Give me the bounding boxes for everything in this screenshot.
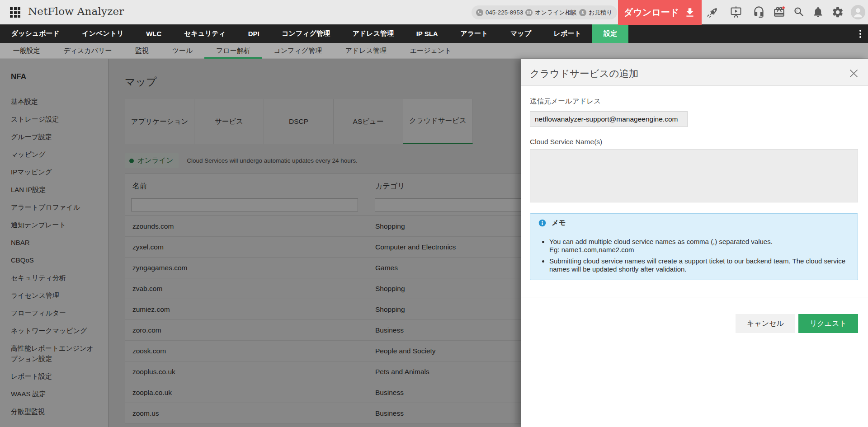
nav-item-alerts[interactable]: アラート bbox=[449, 24, 500, 43]
info-icon bbox=[538, 219, 546, 227]
drawer-body: 送信元メールアドレス Cloud Service Name(s) メモ You … bbox=[521, 86, 868, 280]
subnav-item-monitoring[interactable]: 監視 bbox=[123, 43, 160, 59]
nav-item-wlc[interactable]: WLC bbox=[135, 24, 173, 43]
subnav-item-tools[interactable]: ツール bbox=[160, 43, 204, 59]
nav-item-dpi[interactable]: DPI bbox=[237, 24, 271, 43]
main-nav-list: ダッシュボード インベントリ WLC セキュリティ DPI コンフィグ管理 アド… bbox=[0, 24, 868, 43]
sender-email-input[interactable] bbox=[530, 111, 688, 127]
subnav-list: 一般設定 ディスカバリー 監視 ツール フロー解析 コンフィグ管理 アドレス管理… bbox=[0, 43, 868, 59]
drawer-title: クラウドサービスの追加 bbox=[530, 67, 639, 80]
subnav-item-discovery[interactable]: ディスカバリー bbox=[52, 43, 124, 59]
cloud-service-names-label: Cloud Service Name(s) bbox=[530, 138, 858, 146]
notification-dot bbox=[782, 6, 784, 9]
nav-item-security[interactable]: セキュリティ bbox=[173, 24, 237, 43]
nav-item-settings[interactable]: 設定 bbox=[592, 24, 628, 43]
sender-email-label: 送信元メールアドレス bbox=[530, 97, 858, 106]
note-item: You can add multiple cloud service names… bbox=[549, 238, 849, 254]
subnav-item-address-mgmt[interactable]: アドレス管理 bbox=[334, 43, 398, 59]
cloud-service-names-textarea[interactable] bbox=[530, 149, 858, 202]
request-button[interactable]: リクエスト bbox=[798, 314, 858, 333]
nav-item-maps[interactable]: マップ bbox=[499, 24, 542, 43]
subnav-item-config-mgmt[interactable]: コンフィグ管理 bbox=[262, 43, 333, 59]
getting-started-rocket-icon[interactable] bbox=[707, 6, 719, 19]
add-cloud-service-drawer: クラウドサービスの追加 送信元メールアドレス Cloud Service Nam… bbox=[521, 59, 868, 427]
close-icon[interactable] bbox=[849, 68, 859, 79]
footer-separator bbox=[521, 297, 868, 297]
header-icon-row bbox=[0, 0, 868, 24]
search-icon[interactable] bbox=[793, 6, 806, 19]
notifications-bell-icon[interactable] bbox=[812, 6, 825, 19]
cancel-button[interactable]: キャンセル bbox=[736, 314, 795, 333]
nav-item-config-mgmt[interactable]: コンフィグ管理 bbox=[270, 24, 341, 43]
nav-item-reports[interactable]: レポート bbox=[542, 24, 593, 43]
settings-gear-icon[interactable] bbox=[831, 6, 844, 19]
whats-new-gift-icon[interactable] bbox=[773, 6, 786, 19]
nav-overflow-kebab-icon[interactable] bbox=[856, 24, 864, 43]
top-header: NetFlow Analyzer 045-225-8953 オンライン相談 $ … bbox=[0, 0, 868, 24]
user-avatar[interactable] bbox=[850, 5, 863, 17]
nav-item-address-mgmt[interactable]: アドレス管理 bbox=[341, 24, 405, 43]
drawer-header: クラウドサービスの追加 bbox=[521, 59, 868, 86]
nav-item-ipsla[interactable]: IP SLA bbox=[405, 24, 449, 43]
subnav-item-general[interactable]: 一般設定 bbox=[1, 43, 52, 59]
nav-item-dashboard[interactable]: ダッシュボード bbox=[0, 24, 71, 43]
note-title: メモ bbox=[552, 218, 566, 228]
settings-subnav: 一般設定 ディスカバリー 監視 ツール フロー解析 コンフィグ管理 アドレス管理… bbox=[0, 43, 868, 59]
nav-item-inventory[interactable]: インベントリ bbox=[71, 24, 135, 43]
training-video-icon[interactable] bbox=[730, 6, 742, 19]
note-box-header: メモ bbox=[530, 214, 858, 232]
support-headset-icon[interactable] bbox=[753, 6, 765, 19]
subnav-item-agent[interactable]: エージェント bbox=[398, 43, 463, 59]
subnav-item-flow-analysis[interactable]: フロー解析 bbox=[204, 43, 262, 59]
main-nav: ダッシュボード インベントリ WLC セキュリティ DPI コンフィグ管理 アド… bbox=[0, 24, 868, 43]
drawer-buttons: キャンセル リクエスト bbox=[736, 314, 858, 333]
note-list: You can add multiple cloud service names… bbox=[530, 232, 858, 280]
note-box: メモ You can add multiple cloud service na… bbox=[530, 213, 858, 280]
note-item: Submitting cloud service names will crea… bbox=[549, 257, 849, 273]
